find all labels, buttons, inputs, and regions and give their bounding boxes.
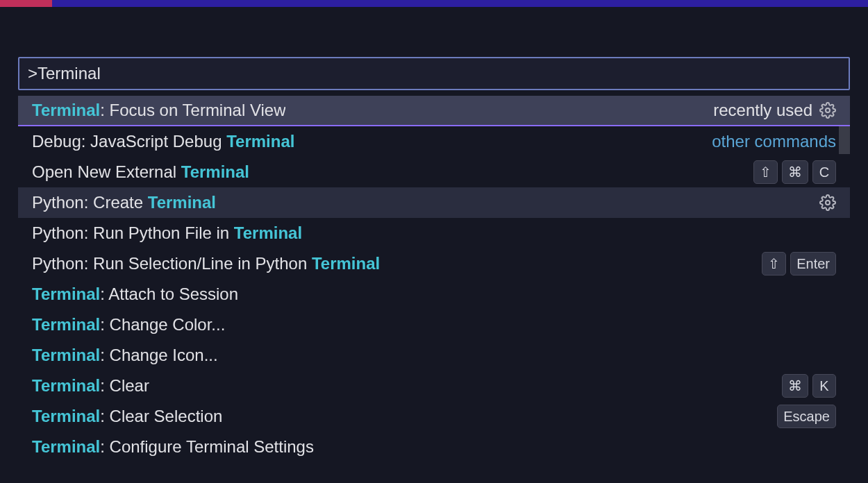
match-highlight: Terminal	[312, 254, 380, 273]
label-text: : Change Icon...	[100, 346, 217, 365]
command-label: Terminal: Focus on Terminal View	[32, 101, 285, 120]
label-text: : Configure Terminal Settings	[100, 437, 314, 457]
label-text: : Attach to Session	[100, 285, 238, 304]
command-item-terminal-clear-selection[interactable]: Terminal: Clear Selection Escape	[18, 401, 850, 432]
key-c: C	[812, 160, 836, 184]
key-escape: Escape	[777, 405, 836, 428]
gear-icon[interactable]	[819, 102, 836, 119]
command-palette-list: Terminal: Focus on Terminal View recentl…	[18, 96, 850, 462]
command-item-terminal-focus-view[interactable]: Terminal: Focus on Terminal View recentl…	[18, 96, 850, 126]
match-highlight: Terminal	[32, 285, 100, 304]
svg-point-0	[826, 108, 830, 112]
command-label: Terminal: Change Icon...	[32, 346, 218, 365]
label-text: : Focus on Terminal View	[100, 101, 285, 120]
command-item-terminal-attach-session[interactable]: Terminal: Attach to Session	[18, 279, 850, 310]
match-highlight: Terminal	[32, 346, 100, 365]
command-label: Open New External Terminal	[32, 162, 249, 182]
command-label: Python: Create Terminal	[32, 193, 216, 212]
command-label: Terminal: Clear Selection	[32, 407, 222, 426]
command-item-terminal-change-icon[interactable]: Terminal: Change Icon...	[18, 340, 850, 371]
label-text: Python: Run Python File in	[32, 223, 234, 243]
label-text: : Change Color...	[100, 315, 225, 334]
command-item-debug-js-terminal[interactable]: Debug: JavaScript Debug Terminal other c…	[18, 126, 850, 157]
command-item-open-external-terminal[interactable]: Open New External Terminal ⇧ ⌘ C	[18, 157, 850, 187]
keybinding: ⇧ Enter	[762, 252, 836, 276]
gear-icon[interactable]	[819, 194, 836, 211]
command-label: Debug: JavaScript Debug Terminal	[32, 132, 294, 151]
match-highlight: Terminal	[181, 162, 249, 182]
other-commands-label: other commands	[712, 132, 836, 151]
command-label: Terminal: Clear	[32, 376, 149, 396]
command-item-terminal-clear[interactable]: Terminal: Clear ⌘ K	[18, 371, 850, 401]
label-text: : Clear	[100, 376, 149, 396]
label-text: Debug: JavaScript Debug	[32, 132, 226, 151]
match-highlight: Terminal	[234, 223, 302, 243]
command-palette-search-wrap	[18, 57, 850, 90]
keybinding: Escape	[777, 405, 836, 428]
key-shift: ⇧	[762, 252, 786, 276]
match-highlight: Terminal	[32, 376, 100, 396]
label-text: Open New External	[32, 162, 181, 182]
command-item-python-run-file-terminal[interactable]: Python: Run Python File in Terminal	[18, 218, 850, 248]
command-palette: Terminal: Focus on Terminal View recentl…	[18, 57, 850, 462]
command-label: Terminal: Configure Terminal Settings	[32, 437, 314, 457]
match-highlight: Terminal	[32, 315, 100, 334]
label-text: : Clear Selection	[100, 407, 222, 426]
command-item-terminal-configure-settings[interactable]: Terminal: Configure Terminal Settings	[18, 432, 850, 462]
command-item-terminal-change-color[interactable]: Terminal: Change Color...	[18, 310, 850, 340]
command-item-python-run-selection-terminal[interactable]: Python: Run Selection/Line in Python Ter…	[18, 248, 850, 279]
label-text: Python: Run Selection/Line in Python	[32, 254, 312, 273]
window-titlebar-accent	[0, 0, 868, 7]
keybinding: ⌘ K	[782, 374, 836, 398]
command-palette-input[interactable]	[28, 64, 840, 83]
key-k: K	[812, 374, 836, 398]
match-highlight: Terminal	[226, 132, 294, 151]
match-highlight: Terminal	[148, 193, 216, 212]
command-label: Terminal: Change Color...	[32, 315, 225, 334]
key-shift: ⇧	[753, 160, 778, 184]
keybinding: ⇧ ⌘ C	[753, 160, 836, 184]
command-label: Python: Run Python File in Terminal	[32, 223, 302, 243]
key-cmd: ⌘	[782, 374, 808, 398]
recently-used-label: recently used	[713, 101, 812, 120]
key-cmd: ⌘	[782, 160, 808, 184]
command-label: Terminal: Attach to Session	[32, 285, 238, 304]
command-label: Python: Run Selection/Line in Python Ter…	[32, 254, 380, 273]
match-highlight: Terminal	[32, 437, 100, 457]
match-highlight: Terminal	[32, 101, 100, 120]
match-highlight: Terminal	[32, 407, 100, 426]
svg-point-1	[826, 201, 830, 205]
label-text: Python: Create	[32, 193, 148, 212]
key-enter: Enter	[790, 252, 836, 276]
command-item-python-create-terminal[interactable]: Python: Create Terminal	[18, 187, 850, 218]
